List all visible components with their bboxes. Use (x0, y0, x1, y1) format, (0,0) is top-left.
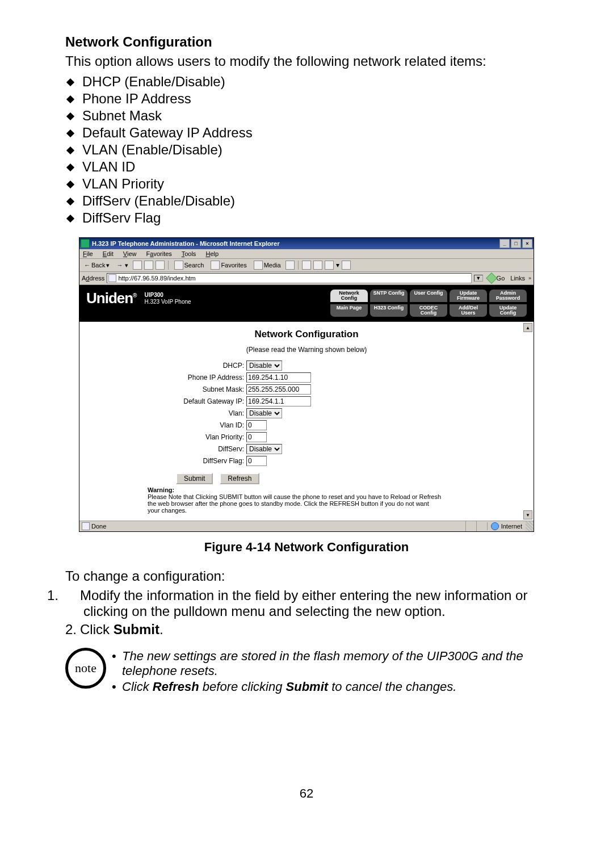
note-block: note The new settings are stored in the … (65, 648, 548, 695)
close-button[interactable]: × (522, 239, 532, 248)
menu-help[interactable]: Help (205, 250, 219, 257)
diffflag-label: DiffServ Flag: (176, 457, 244, 465)
tab-sntp-config[interactable]: SNTP Config (370, 290, 408, 302)
note-item: The new settings are stored in the flash… (112, 649, 548, 678)
maximize-button[interactable]: □ (511, 239, 521, 248)
address-bar: Address http://67.96.59.89/index.htm ▼ G… (79, 272, 534, 285)
step-1: 1.Modify the information in the field by… (65, 588, 548, 619)
list-item: DiffServ Flag (65, 210, 548, 226)
stop-icon[interactable] (133, 261, 142, 270)
tab-adddel-users[interactable]: Add/Del Users (450, 304, 487, 317)
print-icon[interactable] (313, 261, 322, 270)
back-button[interactable]: ← Back ▾ (82, 261, 112, 270)
list-item: DHCP (Enable/Disable) (65, 74, 548, 90)
mail-icon[interactable] (302, 261, 311, 270)
media-button[interactable]: Media (251, 260, 283, 270)
forward-button[interactable]: → ▾ (114, 261, 130, 270)
menu-favorites[interactable]: Favorites (146, 250, 172, 257)
config-title: Network Configuration (91, 329, 522, 340)
diffflag-input[interactable] (246, 456, 267, 466)
browser-window: H.323 IP Telephone Administration - Micr… (79, 237, 534, 532)
warning-block: Warning: Please Note that Clicking SUBMI… (148, 487, 443, 514)
window-titlebar: H.323 IP Telephone Administration - Micr… (79, 238, 534, 249)
section-heading: Network Configuration (65, 34, 548, 50)
status-zone: Internet (501, 523, 522, 530)
favorites-icon (211, 261, 220, 270)
tab-main-page[interactable]: Main Page (330, 304, 368, 317)
vlanid-label: Vlan ID: (176, 421, 244, 429)
list-item: Subnet Mask (65, 108, 548, 124)
menu-bar: File Edit View Favorites Tools Help (79, 249, 534, 259)
page-icon (108, 274, 116, 282)
gateway-input[interactable] (246, 396, 311, 406)
intro-text: This option allows users to modify the f… (65, 53, 548, 69)
subnet-label: Subnet Mask: (176, 385, 244, 393)
search-button[interactable]: Search (172, 260, 207, 270)
scroll-down-button[interactable]: ▼ (523, 510, 532, 519)
vlan-select[interactable]: Disable (246, 408, 282, 418)
diffserv-select[interactable]: Disable (246, 444, 282, 454)
submit-button[interactable]: Submit (176, 473, 213, 484)
tab-user-config[interactable]: User Config (410, 290, 447, 302)
vlanid-input[interactable] (246, 420, 267, 430)
list-item: Default Gateway IP Address (65, 125, 548, 141)
url-text: http://67.96.59.89/index.htm (118, 275, 195, 282)
menu-edit[interactable]: Edit (103, 250, 114, 257)
menu-file[interactable]: File (83, 250, 93, 257)
figure-caption: Figure 4-14 Network Configuration (65, 540, 548, 555)
vlanprio-label: Vlan Priority: (176, 433, 244, 441)
content-area: ▲ ▼ Network Configuration (Please read t… (79, 322, 534, 521)
menu-tools[interactable]: Tools (182, 250, 196, 257)
dhcp-label: DHCP: (176, 362, 244, 370)
list-item: Phone IP Address (65, 91, 548, 107)
tab-h323-config[interactable]: H323 Config (370, 304, 408, 317)
dhcp-select[interactable]: Disable (246, 360, 282, 371)
refresh-icon[interactable] (144, 261, 153, 270)
refresh-button[interactable]: Refresh (220, 473, 259, 484)
toolbar: ← Back ▾ → ▾ Search Favorites Media ▾ (79, 259, 534, 272)
internet-icon (491, 522, 499, 530)
tab-codec-config[interactable]: CODEC Config (410, 304, 447, 317)
address-dropdown[interactable]: ▼ (474, 275, 483, 282)
phoneip-input[interactable] (246, 372, 311, 383)
note-item: Click Refresh before clicking Submit to … (112, 680, 548, 694)
list-item: DiffServ (Enable/Disable) (65, 193, 548, 209)
product-label: UIP300 H.323 VoIP Phone (144, 292, 191, 305)
discuss-icon[interactable] (342, 261, 351, 270)
history-icon[interactable] (285, 261, 295, 270)
config-subtitle: (Please read the Warning shown below) (91, 346, 522, 354)
menu-view[interactable]: View (123, 250, 137, 257)
favorites-button[interactable]: Favorites (208, 260, 249, 270)
phoneip-label: Phone IP Address: (176, 374, 244, 381)
minimize-button[interactable]: _ (499, 239, 510, 248)
gateway-label: Default Gateway IP: (176, 397, 244, 405)
tab-update-config[interactable]: Update Config (489, 304, 527, 317)
warning-text: Please Note that Clicking SUBMIT button … (148, 493, 443, 514)
bullet-list: DHCP (Enable/Disable) Phone IP Address S… (65, 74, 548, 226)
search-icon (174, 261, 183, 270)
status-bar: Done Internet (79, 521, 534, 531)
tab-admin-password[interactable]: Admin Password (489, 290, 527, 302)
vlanprio-input[interactable] (246, 432, 267, 442)
links-label[interactable]: Links (509, 275, 526, 282)
resize-grip[interactable] (526, 521, 534, 531)
done-icon (82, 522, 90, 530)
home-icon[interactable] (156, 261, 165, 270)
vlan-label: Vlan: (176, 409, 244, 417)
scroll-up-button[interactable]: ▲ (523, 323, 532, 332)
edit-icon[interactable] (325, 261, 334, 270)
go-button[interactable]: Go (485, 274, 507, 282)
step-2: 2.Click Submit. (65, 622, 548, 638)
diffserv-label: DiffServ: (176, 445, 244, 453)
note-icon: note (65, 648, 106, 689)
list-item: VLAN (Enable/Disable) (65, 142, 548, 158)
subnet-input[interactable] (246, 384, 311, 395)
tab-network-config[interactable]: Network Config (330, 290, 368, 302)
paragraph: To change a configuration: (65, 568, 548, 584)
address-input[interactable]: http://67.96.59.89/index.htm (107, 273, 471, 283)
tab-update-firmware[interactable]: Update Firmware (450, 290, 487, 302)
ie-icon (81, 239, 90, 248)
media-icon (254, 261, 263, 270)
page-header: Uniden® UIP300 H.323 VoIP Phone Network … (79, 285, 534, 322)
list-item: VLAN Priority (65, 176, 548, 192)
